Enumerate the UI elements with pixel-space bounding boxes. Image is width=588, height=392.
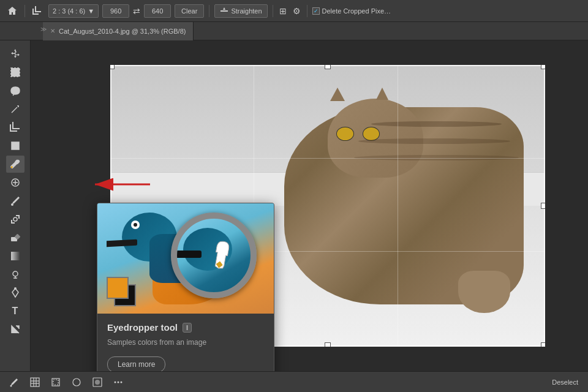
swatch-foreground (107, 277, 129, 299)
tooltip-popup: Eyedropper tool I Samples colors from an… (97, 203, 274, 371)
tab-bar: ≫ ✕ Cat_August_2010-4.jpg @ 31,3% (RGB/8… (0, 22, 588, 40)
svg-rect-9 (10, 167, 12, 168)
cat-stripe-2 (358, 138, 511, 144)
svg-point-33 (73, 379, 80, 386)
tool-shape[interactable] (6, 321, 24, 338)
svg-point-13 (11, 203, 13, 206)
tool-text[interactable]: T (6, 303, 24, 320)
svg-rect-17 (11, 252, 20, 260)
tab-close-icon[interactable]: ✕ (50, 28, 55, 34)
tool-move[interactable] (6, 45, 24, 62)
tab-collapse-icon[interactable]: ≫ (40, 26, 47, 32)
grid-button[interactable]: ⊞ (278, 5, 288, 17)
bird-background (97, 203, 274, 314)
tool-magic-wand[interactable] (6, 100, 24, 118)
tooltip-title-text: Eyedropper tool (107, 322, 178, 333)
deselect-button[interactable]: Deselect (548, 377, 582, 388)
toolbar-divider-1 (24, 5, 25, 17)
crop-icon[interactable] (30, 4, 45, 18)
bottom-grid-icon[interactable] (27, 374, 43, 390)
svg-point-14 (13, 217, 17, 221)
tool-crop[interactable] (6, 119, 24, 136)
toolbar-divider-3 (273, 5, 273, 17)
cat-eye-left (336, 127, 353, 141)
toolbar-divider-4 (307, 5, 307, 17)
bottom-brush-icon[interactable] (6, 374, 22, 390)
cat-ear-right (376, 88, 388, 100)
svg-marker-1 (223, 7, 225, 10)
svg-line-4 (12, 107, 17, 113)
svg-rect-2 (11, 68, 20, 77)
tool-dodge[interactable] (6, 266, 24, 283)
bottom-more-icon[interactable] (110, 374, 126, 390)
svg-line-3 (13, 94, 14, 96)
tool-rect-select[interactable] (6, 64, 24, 81)
svg-point-35 (95, 380, 100, 385)
tooltip-content: Eyedropper tool I Samples colors from an… (97, 314, 274, 371)
bottom-transform-icon[interactable] (48, 374, 64, 390)
svg-point-37 (118, 381, 119, 383)
height-input[interactable] (144, 4, 171, 18)
tool-brush[interactable] (6, 192, 24, 209)
svg-point-18 (13, 271, 18, 276)
delete-cropped-checkbox-row[interactable]: Delete Cropped Pixe… (312, 7, 391, 15)
tooltip-image (97, 203, 274, 314)
clear-button[interactable]: Clear (175, 4, 204, 18)
cat-paw-front (458, 271, 510, 313)
svg-rect-26 (31, 378, 39, 386)
tool-eyedropper[interactable] (6, 156, 24, 173)
color-swatches (107, 277, 136, 306)
tool-perspective[interactable] (6, 137, 24, 154)
swatch-container (107, 277, 136, 306)
magnifier-circle (171, 213, 257, 298)
delete-cropped-checkbox[interactable] (312, 7, 320, 15)
canvas-area: Eyedropper tool I Samples colors from an… (31, 40, 588, 371)
active-tab[interactable]: ✕ Cat_August_2010-4.jpg @ 31,3% (RGB/8) (43, 22, 194, 40)
tool-eraser[interactable] (6, 229, 24, 246)
tooltip-description: Samples colors from an image (107, 337, 264, 348)
bird-eye-pupil (134, 223, 137, 227)
main-area: T (0, 40, 588, 371)
tool-clone[interactable] (6, 211, 24, 228)
top-toolbar: 2 : 3 (4 : 6) ▼ ⇄ Clear Straighten ⊞ ⚙ D… (0, 0, 588, 22)
bottom-circle-icon[interactable] (69, 374, 85, 390)
svg-point-6 (18, 106, 19, 107)
bottom-toolbar: Deselect (0, 371, 588, 392)
svg-rect-0 (221, 10, 228, 12)
svg-point-21 (14, 287, 17, 290)
svg-point-25 (10, 385, 12, 386)
tooltip-shortcut-badge: I (183, 323, 192, 333)
left-toolbar: T (0, 40, 31, 371)
bird-eye-white (131, 221, 140, 229)
toolbar-divider-2 (209, 5, 209, 17)
tool-pen[interactable] (6, 284, 24, 301)
bottom-mask-icon[interactable] (89, 374, 105, 390)
tool-lasso[interactable] (6, 82, 24, 99)
svg-rect-32 (53, 380, 58, 385)
home-icon[interactable] (5, 4, 20, 18)
grid-line-v2 (398, 65, 398, 347)
tool-healing[interactable] (6, 174, 24, 191)
width-input[interactable] (102, 4, 129, 18)
grid-line-h1 (110, 158, 545, 159)
straighten-button[interactable]: Straighten (214, 4, 267, 18)
tool-gradient[interactable] (6, 247, 24, 265)
ratio-dropdown[interactable]: 2 : 3 (4 : 6) ▼ (48, 4, 99, 18)
svg-point-38 (121, 381, 123, 383)
mag-beak (177, 251, 202, 258)
learn-more-button[interactable]: Learn more (107, 356, 165, 371)
tooltip-title-row: Eyedropper tool I (107, 322, 264, 333)
svg-point-36 (115, 381, 116, 383)
swap-icon[interactable]: ⇄ (133, 6, 140, 16)
gear-button[interactable]: ⚙ (292, 5, 302, 17)
cat-ear-left (330, 88, 345, 101)
